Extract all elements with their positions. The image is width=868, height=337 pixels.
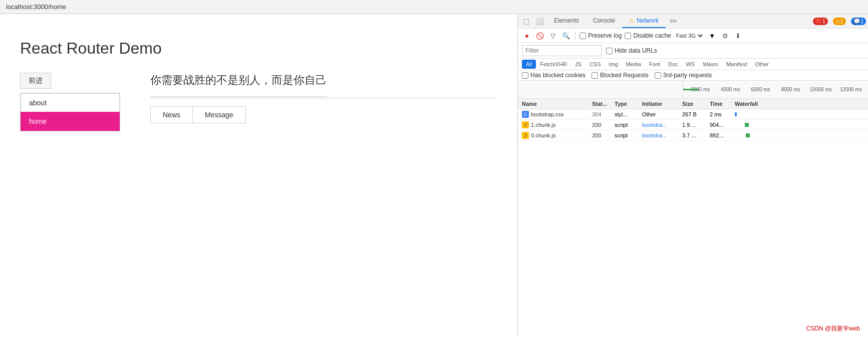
timeline-header: 2000 ms 4000 ms 6000 ms 8000 ms 10000 ms… bbox=[518, 81, 868, 99]
col-size-header: Size bbox=[682, 101, 710, 107]
tab-message[interactable]: Message bbox=[193, 107, 245, 123]
blocked-cookies-checkbox[interactable] bbox=[522, 72, 528, 79]
filter-icon[interactable]: ▽ bbox=[548, 31, 558, 41]
filter-row: Hide data URLs bbox=[518, 43, 868, 59]
type-fetch-xhr[interactable]: Fetch/XHR bbox=[536, 60, 571, 69]
row2-initiator: bootstra... bbox=[642, 122, 682, 128]
type-img[interactable]: Img bbox=[605, 60, 622, 69]
row1-size: 267 B bbox=[682, 111, 710, 117]
row1-waterfall bbox=[735, 111, 864, 117]
filter-input[interactable] bbox=[522, 45, 602, 56]
row3-time: 892... bbox=[710, 132, 735, 138]
type-font[interactable]: Font bbox=[645, 60, 664, 69]
type-other[interactable]: Other bbox=[751, 60, 773, 69]
table-header: Name Stat... Type Initiator Size Time Wa… bbox=[518, 99, 868, 109]
row3-initiator: bootstra... bbox=[642, 132, 682, 138]
throttle-select[interactable]: Fast 3G bbox=[674, 32, 704, 39]
row1-initiator: Other bbox=[642, 111, 682, 117]
disable-cache-checkbox[interactable] bbox=[625, 33, 631, 39]
row2-time: 904... bbox=[710, 122, 735, 128]
error-badge: 🔴1 bbox=[813, 18, 828, 25]
blocked-requests-checkbox[interactable] bbox=[592, 72, 598, 79]
row3-waterfall bbox=[735, 132, 864, 138]
hide-data-urls-checkbox[interactable] bbox=[606, 48, 613, 54]
settings-icon[interactable]: ⚙ bbox=[720, 31, 730, 41]
disable-cache-label[interactable]: Disable cache bbox=[625, 32, 671, 39]
row2-waterfall bbox=[735, 122, 864, 128]
content-area: 你需要战胜的不是别人，而是你自己 News Message bbox=[150, 73, 497, 123]
preserve-log-label[interactable]: Preserve log bbox=[580, 32, 622, 39]
type-all[interactable]: All bbox=[522, 60, 536, 69]
tab-bar: News Message bbox=[150, 106, 246, 123]
timeline-8000ms: 8000 ms bbox=[776, 87, 806, 92]
third-party-label[interactable]: 3rd-party requests bbox=[655, 72, 712, 79]
search-icon[interactable]: 🔍 bbox=[561, 31, 571, 41]
type-js[interactable]: JS bbox=[571, 60, 586, 69]
third-party-checkbox[interactable] bbox=[655, 72, 661, 79]
preserve-log-checkbox[interactable] bbox=[580, 33, 586, 39]
tab-more[interactable]: >> bbox=[666, 15, 681, 28]
blocked-cookies-label[interactable]: Has blocked cookies bbox=[522, 72, 586, 79]
table-row[interactable]: J 0.chunk.js 200 script bootstra... 3.7 … bbox=[518, 130, 868, 141]
timeline-6000ms: 6000 ms bbox=[745, 87, 775, 92]
type-doc[interactable]: Doc bbox=[664, 60, 682, 69]
row1-status: 304 bbox=[592, 111, 615, 117]
tab-elements[interactable]: Elements bbox=[547, 14, 586, 28]
forward-button[interactable]: 前进 bbox=[20, 73, 51, 89]
col-name-header: Name bbox=[522, 101, 592, 107]
quote-text: 你需要战胜的不是别人，而是你自己 bbox=[150, 74, 327, 97]
row2-name: 1.chunk.js bbox=[531, 122, 556, 128]
type-wasm[interactable]: Wasm bbox=[699, 60, 722, 69]
col-waterfall-header: Waterfall bbox=[735, 101, 864, 107]
row3-status: 200 bbox=[592, 132, 615, 138]
row3-initiator-link[interactable]: bootstra... bbox=[642, 132, 667, 138]
nav-home-link[interactable]: home bbox=[21, 112, 120, 131]
row1-name: bootstrap.css bbox=[531, 111, 563, 117]
row3-name: 0.chunk.js bbox=[531, 132, 556, 138]
table-row[interactable]: J 1.chunk.js 200 script bootstra... 1.9 … bbox=[518, 120, 868, 130]
js-file-icon: J bbox=[522, 121, 529, 128]
type-filters: All Fetch/XHR JS CSS Img Media Font Doc … bbox=[518, 59, 868, 70]
tab-network-label: Network bbox=[637, 17, 659, 24]
row3-type: script bbox=[615, 132, 642, 138]
info-badge: 💬1 bbox=[851, 18, 866, 25]
timeline-4000ms: 4000 ms bbox=[715, 87, 745, 92]
download-icon[interactable]: ⬇ bbox=[735, 32, 741, 40]
stop-button[interactable]: 🚫 bbox=[535, 31, 545, 41]
col-initiator-header: Initiator bbox=[642, 101, 682, 107]
inspect-icon[interactable]: ⬚ bbox=[520, 15, 532, 27]
row2-type: script bbox=[615, 122, 642, 128]
error-icon: 🔴 bbox=[815, 18, 822, 24]
js-file-icon: J bbox=[522, 132, 529, 139]
network-table: C bootstrap.css 304 styl... Other 267 B … bbox=[518, 109, 868, 337]
tab-news[interactable]: News bbox=[151, 107, 193, 123]
blocked-requests-label[interactable]: Blocked Requests bbox=[592, 72, 649, 79]
row2-status: 200 bbox=[592, 122, 615, 128]
warning-icon: ⚠ bbox=[835, 18, 840, 24]
css-file-icon: C bbox=[522, 111, 529, 118]
col-type-header: Type bbox=[615, 101, 642, 107]
warning-network-icon: ⚠ bbox=[629, 17, 635, 24]
tab-console[interactable]: Console bbox=[586, 14, 622, 28]
row1-time: 2 ms bbox=[710, 111, 735, 117]
row3-size: 3.7 ... bbox=[682, 132, 710, 138]
row2-initiator-link[interactable]: bootstra... bbox=[642, 122, 667, 128]
record-button[interactable]: ● bbox=[522, 31, 532, 41]
table-row[interactable]: C bootstrap.css 304 styl... Other 267 B … bbox=[518, 109, 868, 120]
address-bar: localhost:3000/home bbox=[6, 3, 66, 11]
page-title: React Router Demo bbox=[20, 39, 497, 58]
col-time-header: Time bbox=[710, 101, 735, 107]
type-manifest[interactable]: Manifest bbox=[722, 60, 751, 69]
row1-type: styl... bbox=[615, 111, 642, 117]
type-ws[interactable]: WS bbox=[682, 60, 699, 69]
throttle-dropdown-icon[interactable]: ▼ bbox=[707, 31, 717, 41]
col-status-header: Stat... bbox=[592, 101, 615, 107]
type-css[interactable]: CSS bbox=[586, 60, 605, 69]
nav-about-link[interactable]: about bbox=[21, 93, 120, 112]
hide-data-urls-label[interactable]: Hide data URLs bbox=[606, 47, 657, 54]
timeline-green-indicator bbox=[683, 89, 698, 90]
type-media[interactable]: Media bbox=[622, 60, 645, 69]
devtools-panel: ⬚ ⬜ Elements Console ⚠ Network >> 🔴1 ⚠1 bbox=[517, 14, 868, 337]
tab-network[interactable]: ⚠ Network bbox=[622, 14, 666, 28]
device-icon[interactable]: ⬜ bbox=[532, 15, 547, 27]
